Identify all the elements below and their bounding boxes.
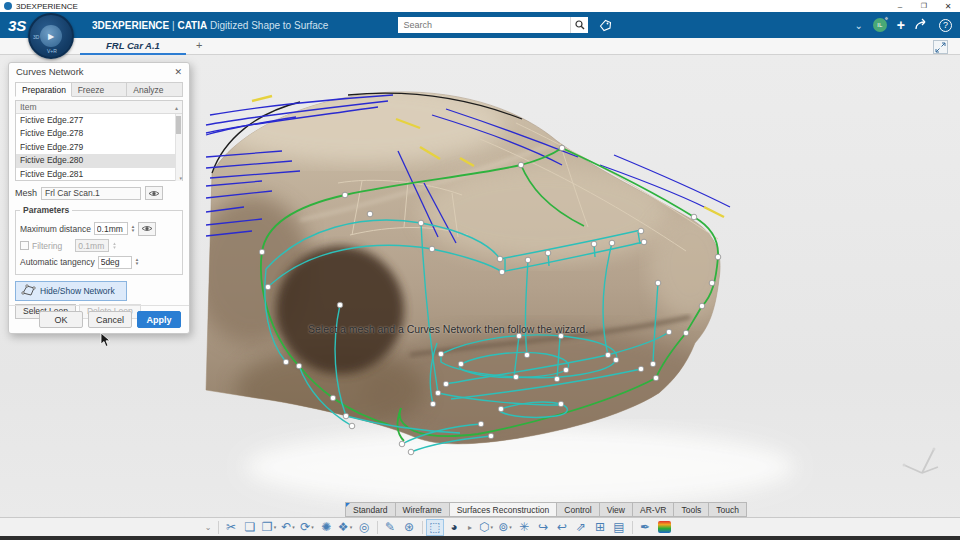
- user-avatar[interactable]: IL: [873, 18, 887, 32]
- window-layout-icon[interactable]: ❖▾: [336, 519, 354, 536]
- material-rainbow-icon[interactable]: [655, 519, 673, 536]
- filtering-field: [75, 239, 109, 252]
- annotate-icon[interactable]: ✎: [381, 519, 399, 536]
- search-input[interactable]: [398, 17, 570, 33]
- new-tab-button[interactable]: +: [196, 39, 202, 51]
- minimize-button[interactable]: –: [888, 2, 912, 11]
- max-distance-field[interactable]: [94, 222, 128, 235]
- toolbar-tab-touch[interactable]: Touch: [709, 502, 747, 517]
- apply-button[interactable]: Apply: [137, 311, 181, 328]
- toolbar-tab-tools[interactable]: Tools: [674, 502, 709, 517]
- help-button[interactable]: ?: [939, 19, 952, 32]
- brand-separator: |: [172, 20, 175, 31]
- tag-icon[interactable]: [596, 17, 614, 33]
- toolbar-separator: [377, 521, 378, 534]
- compass-vr-label: V+R: [47, 48, 57, 54]
- list-scrollbar[interactable]: ▾: [175, 114, 182, 181]
- sort-ascending-icon[interactable]: ▴: [175, 104, 178, 111]
- axis-triad: [903, 448, 939, 474]
- toolbar-tab-standard[interactable]: Standard: [345, 502, 396, 517]
- parameters-group: Parameters Maximum distance ▲ ▼ Filterin…: [15, 205, 183, 275]
- tangency-stepper[interactable]: ▲ ▼: [135, 258, 139, 266]
- toolbar-tab-wireframe[interactable]: Wireframe: [396, 502, 450, 517]
- list-item[interactable]: Fictive Edge.279: [16, 141, 182, 154]
- list-item[interactable]: Fictive Edge.281: [16, 168, 182, 181]
- sweep-arrow-icon[interactable]: ↩: [553, 519, 571, 536]
- toolbar-tab-view[interactable]: View: [600, 502, 633, 517]
- expand-viewport-icon[interactable]: [933, 40, 948, 54]
- compass-play-icon[interactable]: ▶: [40, 25, 62, 47]
- sweep-arrow-icon[interactable]: ⇗: [572, 519, 590, 536]
- dropdown-caret-icon[interactable]: ▾: [350, 524, 353, 530]
- list-item[interactable]: Fictive Edge.278: [16, 127, 182, 140]
- orbit-view-icon[interactable]: ◕: [445, 519, 463, 536]
- document-tab-bar: FRL Car A.1 +: [0, 38, 960, 55]
- filtering-stepper: ▲ ▼: [112, 242, 116, 250]
- chevron-down-icon[interactable]: ⌄: [854, 20, 862, 31]
- dropdown-caret-icon[interactable]: ▾: [490, 524, 493, 530]
- mesh-visibility-eye-icon[interactable]: [145, 186, 163, 200]
- cancel-button[interactable]: Cancel: [88, 311, 132, 328]
- distance-visibility-eye-icon[interactable]: [138, 222, 156, 236]
- active-fold-marker: [346, 503, 350, 507]
- snap-grid-icon[interactable]: ⊞: [591, 519, 609, 536]
- paint-style-icon[interactable]: ✒: [636, 519, 654, 536]
- add-content-button[interactable]: +: [897, 17, 905, 33]
- max-distance-stepper[interactable]: ▲ ▼: [131, 225, 135, 233]
- share-icon[interactable]: [915, 16, 929, 34]
- compass-3d-label: 3D: [33, 34, 39, 40]
- update-icon[interactable]: ⟳▾: [298, 519, 316, 536]
- view-cube-icon[interactable]: ⬡▾: [477, 519, 495, 536]
- scrollbar-thumb[interactable]: [176, 116, 181, 134]
- car-body: [192, 83, 732, 452]
- list-item[interactable]: Fictive Edge.277: [16, 114, 182, 127]
- toolbar-separator: [422, 521, 423, 534]
- spheres-tool-icon[interactable]: ⊚▾: [496, 519, 514, 536]
- render-style-icon[interactable]: ✺: [317, 519, 335, 536]
- mesh-field[interactable]: [41, 187, 141, 200]
- toolbar-tab-surfaces-reconstruction[interactable]: Surfaces Reconstruction: [450, 502, 558, 517]
- bottom-edge-strip: [0, 536, 960, 540]
- dialog-close-icon[interactable]: ✕: [174, 67, 182, 77]
- toolbar-tab-control[interactable]: Control: [557, 502, 599, 517]
- scroll-down-icon[interactable]: ▾: [179, 175, 182, 181]
- capture-icon[interactable]: ◎: [355, 519, 373, 536]
- dropdown-caret-icon[interactable]: ▾: [292, 524, 295, 530]
- close-button[interactable]: ✕: [936, 2, 960, 11]
- list-header[interactable]: Item ▴: [16, 101, 182, 114]
- cut-icon[interactable]: ✂: [222, 519, 240, 536]
- 3d-compass[interactable]: ▶ 3D V+R: [28, 13, 74, 59]
- select-tool-icon[interactable]: ⬚: [426, 519, 444, 536]
- dropdown-caret-icon[interactable]: ▾: [311, 524, 314, 530]
- more-tools-icon[interactable]: ▸: [464, 519, 476, 536]
- list-item-selected[interactable]: Fictive Edge.280: [16, 154, 182, 167]
- dropdown-caret-icon[interactable]: ▾: [274, 524, 277, 530]
- tab-preparation[interactable]: Preparation: [15, 82, 72, 97]
- status-hint-message: Select a mesh and a Curves Network then …: [308, 323, 588, 335]
- search-icon[interactable]: [570, 17, 588, 33]
- maximize-button[interactable]: ❐: [912, 2, 936, 11]
- window-title: 3DEXPERIENCE: [16, 2, 78, 11]
- collaboration-sphere-icon[interactable]: ⊛: [400, 519, 418, 536]
- curves-network-dialog: Curves Network ✕ Preparation Freeze Anal…: [8, 62, 190, 334]
- explode-view-icon[interactable]: ✳: [515, 519, 533, 536]
- flatten-sheet-icon[interactable]: ▤: [610, 519, 628, 536]
- toolbar-separator: [632, 521, 633, 534]
- undo-icon[interactable]: ↶▾: [279, 519, 297, 536]
- tab-freeze[interactable]: Freeze: [72, 82, 128, 97]
- hide-show-network-button[interactable]: Hide/Show Network: [15, 281, 127, 301]
- paste-icon[interactable]: ❐▾: [260, 519, 278, 536]
- toolbar-overflow-icon[interactable]: ⌄: [202, 519, 214, 536]
- dropdown-caret-icon[interactable]: ▾: [509, 524, 512, 530]
- ok-button[interactable]: OK: [39, 311, 83, 328]
- filtering-checkbox[interactable]: [20, 241, 29, 250]
- tangency-label: Automatic tangency: [20, 257, 95, 267]
- sweep-arrow-icon[interactable]: ↪: [534, 519, 552, 536]
- tangency-field[interactable]: [98, 256, 132, 269]
- tab-analyze[interactable]: Analyze: [127, 82, 183, 97]
- copy-icon[interactable]: ❏: [241, 519, 259, 536]
- app-subtitle: Digitized Shape to Surface: [210, 20, 328, 31]
- toolbar-tab-ar-vr[interactable]: AR-VR: [633, 502, 674, 517]
- tab-frl-car[interactable]: FRL Car A.1: [80, 38, 186, 55]
- mesh-label: Mesh: [15, 188, 37, 198]
